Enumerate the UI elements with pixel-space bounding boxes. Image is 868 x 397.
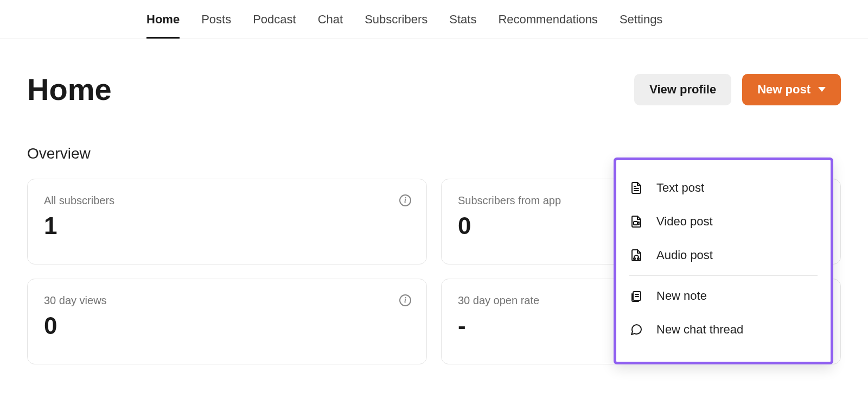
chevron-down-icon (818, 87, 826, 92)
top-nav: Home Posts Podcast Chat Subscribers Stat… (0, 0, 868, 39)
card-30-day-views[interactable]: 30 day views 0 (27, 279, 427, 364)
dropdown-item-label: New chat thread (656, 323, 743, 337)
chat-icon (629, 323, 643, 337)
nav-recommendations[interactable]: Recommendations (498, 1, 597, 39)
dropdown-divider (629, 275, 818, 276)
dropdown-item-new-chat-thread[interactable]: New chat thread (629, 313, 818, 346)
card-label: 30 day views (44, 294, 410, 307)
info-icon[interactable] (399, 294, 411, 306)
video-post-icon (629, 215, 643, 229)
nav-subscribers[interactable]: Subscribers (365, 1, 427, 39)
dropdown-item-label: New note (656, 289, 707, 303)
card-value: 0 (44, 312, 410, 339)
header-row: Home View profile New post (27, 72, 841, 107)
view-profile-button[interactable]: View profile (634, 74, 731, 105)
dropdown-item-video-post[interactable]: Video post (629, 205, 818, 238)
dropdown-item-label: Audio post (656, 248, 713, 262)
card-label: All subscribers (44, 194, 410, 207)
page-title: Home (27, 72, 112, 107)
text-post-icon (629, 181, 643, 195)
nav-podcast[interactable]: Podcast (253, 1, 296, 39)
dropdown-item-label: Text post (656, 181, 704, 195)
header-actions: View profile New post (634, 74, 841, 105)
dropdown-item-label: Video post (656, 215, 713, 229)
note-icon (629, 289, 643, 303)
new-post-label: New post (757, 83, 810, 97)
nav-chat[interactable]: Chat (318, 1, 343, 39)
nav-settings[interactable]: Settings (620, 1, 663, 39)
dropdown-item-audio-post[interactable]: Audio post (629, 238, 818, 272)
nav-posts[interactable]: Posts (201, 1, 231, 39)
svg-rect-3 (634, 222, 637, 225)
dropdown-item-new-note[interactable]: New note (629, 279, 818, 313)
card-all-subscribers[interactable]: All subscribers 1 (27, 179, 427, 264)
nav-stats[interactable]: Stats (449, 1, 476, 39)
new-post-button[interactable]: New post (742, 74, 841, 105)
dropdown-item-text-post[interactable]: Text post (629, 171, 818, 205)
view-profile-label: View profile (649, 83, 716, 97)
info-icon[interactable] (399, 194, 411, 206)
card-value: 1 (44, 212, 410, 240)
new-post-dropdown: Text post Video post (614, 157, 833, 364)
nav-home[interactable]: Home (146, 1, 180, 39)
audio-post-icon (629, 248, 643, 262)
svg-marker-4 (637, 222, 639, 225)
